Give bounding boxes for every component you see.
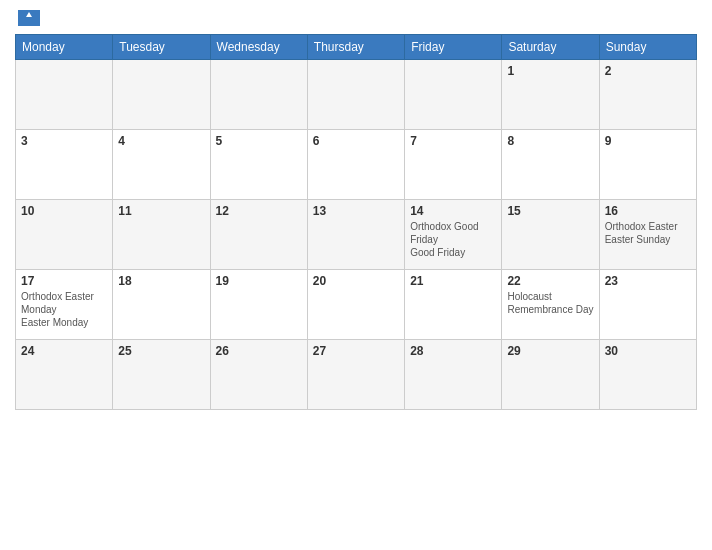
calendar-day-cell: 28 (405, 340, 502, 410)
calendar-day-cell (307, 60, 404, 130)
calendar-day-cell: 18 (113, 270, 210, 340)
calendar-week-row: 24252627282930 (16, 340, 697, 410)
day-number: 18 (118, 274, 204, 288)
event-label: Orthodox Easter Monday (21, 290, 107, 316)
day-number: 7 (410, 134, 496, 148)
calendar-week-row: 1011121314Orthodox Good FridayGood Frida… (16, 200, 697, 270)
day-number: 16 (605, 204, 691, 218)
weekday-header-row: MondayTuesdayWednesdayThursdayFridaySatu… (16, 35, 697, 60)
calendar-week-row: 17Orthodox Easter MondayEaster Monday181… (16, 270, 697, 340)
weekday-header-friday: Friday (405, 35, 502, 60)
logo (15, 10, 40, 26)
day-number: 8 (507, 134, 593, 148)
weekday-header-wednesday: Wednesday (210, 35, 307, 60)
event-label: Easter Monday (21, 316, 107, 329)
day-number: 10 (21, 204, 107, 218)
weekday-header-thursday: Thursday (307, 35, 404, 60)
event-label: Good Friday (410, 246, 496, 259)
calendar-day-cell: 19 (210, 270, 307, 340)
calendar-day-cell: 14Orthodox Good FridayGood Friday (405, 200, 502, 270)
header (15, 10, 697, 26)
weekday-header-sunday: Sunday (599, 35, 696, 60)
event-label: Holocaust Remembrance Day (507, 290, 593, 316)
day-number: 25 (118, 344, 204, 358)
day-number: 30 (605, 344, 691, 358)
day-number: 1 (507, 64, 593, 78)
day-number: 24 (21, 344, 107, 358)
weekday-header-tuesday: Tuesday (113, 35, 210, 60)
calendar-day-cell: 2 (599, 60, 696, 130)
calendar-day-cell: 15 (502, 200, 599, 270)
calendar-table: MondayTuesdayWednesdayThursdayFridaySatu… (15, 34, 697, 410)
day-number: 13 (313, 204, 399, 218)
calendar-day-cell (405, 60, 502, 130)
day-number: 11 (118, 204, 204, 218)
calendar-day-cell: 29 (502, 340, 599, 410)
calendar-day-cell (113, 60, 210, 130)
calendar-week-row: 3456789 (16, 130, 697, 200)
day-number: 9 (605, 134, 691, 148)
event-label: Orthodox Easter (605, 220, 691, 233)
day-number: 22 (507, 274, 593, 288)
day-number: 29 (507, 344, 593, 358)
calendar-day-cell: 21 (405, 270, 502, 340)
day-number: 3 (21, 134, 107, 148)
day-number: 26 (216, 344, 302, 358)
calendar-day-cell: 17Orthodox Easter MondayEaster Monday (16, 270, 113, 340)
weekday-header-saturday: Saturday (502, 35, 599, 60)
logo-flag-icon (18, 10, 40, 26)
event-label: Easter Sunday (605, 233, 691, 246)
calendar-day-cell: 23 (599, 270, 696, 340)
calendar-day-cell: 5 (210, 130, 307, 200)
day-number: 20 (313, 274, 399, 288)
calendar-day-cell: 16Orthodox EasterEaster Sunday (599, 200, 696, 270)
calendar-day-cell: 3 (16, 130, 113, 200)
calendar-day-cell: 13 (307, 200, 404, 270)
day-number: 4 (118, 134, 204, 148)
calendar-day-cell: 20 (307, 270, 404, 340)
day-number: 6 (313, 134, 399, 148)
calendar-page: MondayTuesdayWednesdayThursdayFridaySatu… (0, 0, 712, 550)
calendar-day-cell: 22Holocaust Remembrance Day (502, 270, 599, 340)
calendar-day-cell: 30 (599, 340, 696, 410)
calendar-day-cell: 26 (210, 340, 307, 410)
calendar-day-cell: 10 (16, 200, 113, 270)
day-number: 12 (216, 204, 302, 218)
calendar-day-cell: 24 (16, 340, 113, 410)
day-number: 5 (216, 134, 302, 148)
day-number: 27 (313, 344, 399, 358)
day-number: 19 (216, 274, 302, 288)
calendar-day-cell: 11 (113, 200, 210, 270)
day-number: 23 (605, 274, 691, 288)
weekday-header-monday: Monday (16, 35, 113, 60)
calendar-day-cell: 27 (307, 340, 404, 410)
calendar-day-cell: 4 (113, 130, 210, 200)
day-number: 15 (507, 204, 593, 218)
calendar-day-cell: 7 (405, 130, 502, 200)
calendar-day-cell (16, 60, 113, 130)
day-number: 17 (21, 274, 107, 288)
calendar-day-cell: 25 (113, 340, 210, 410)
calendar-day-cell: 9 (599, 130, 696, 200)
day-number: 21 (410, 274, 496, 288)
calendar-day-cell: 8 (502, 130, 599, 200)
calendar-week-row: 12 (16, 60, 697, 130)
day-number: 14 (410, 204, 496, 218)
day-number: 28 (410, 344, 496, 358)
calendar-day-cell: 1 (502, 60, 599, 130)
calendar-day-cell: 12 (210, 200, 307, 270)
calendar-day-cell: 6 (307, 130, 404, 200)
day-number: 2 (605, 64, 691, 78)
calendar-day-cell (210, 60, 307, 130)
event-label: Orthodox Good Friday (410, 220, 496, 246)
